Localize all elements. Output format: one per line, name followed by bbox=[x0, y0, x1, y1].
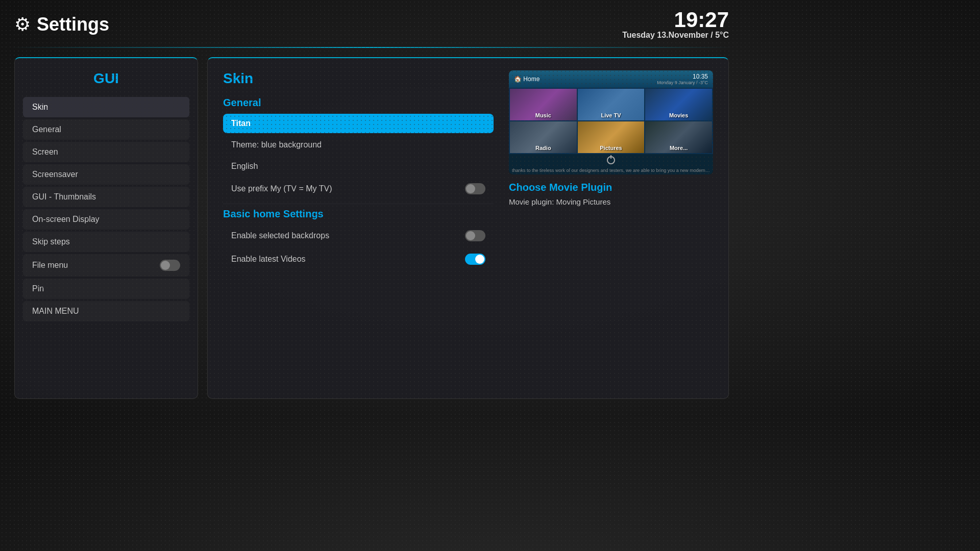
preview-cell-pictures: Pictures bbox=[578, 121, 645, 153]
sidebar-item-label: MAIN MENU bbox=[32, 307, 79, 316]
plugin-description: Movie plugin: Moving Pictures bbox=[509, 197, 713, 206]
header-right: 19:27 Tuesday 13.November / 5°C bbox=[622, 9, 729, 40]
setting-theme[interactable]: Theme: blue background bbox=[223, 135, 494, 155]
sidebar-item-label: Screensaver bbox=[32, 170, 78, 179]
setting-label: Use prefix My (TV = My TV) bbox=[231, 184, 332, 193]
preview-header: 🏠 Home 10:35 Monday 9 January / -3°C bbox=[509, 70, 713, 88]
backdrops-toggle[interactable] bbox=[465, 230, 485, 241]
sidebar-item-label: File menu bbox=[32, 261, 68, 270]
sidebar-item-screen[interactable]: Screen bbox=[23, 142, 189, 162]
preview-power-bar bbox=[509, 154, 713, 166]
preview-cell-radio: Radio bbox=[510, 121, 577, 153]
cell-label-pictures: Pictures bbox=[578, 121, 645, 153]
cell-label-more: More... bbox=[645, 121, 712, 153]
preview-time-block: 10:35 Monday 9 January / -3°C bbox=[657, 73, 708, 85]
clock-display: 19:27 bbox=[622, 9, 729, 31]
preview-cell-more: More... bbox=[645, 121, 712, 153]
basic-home-heading: Basic home Settings bbox=[223, 208, 494, 220]
cell-label-movies: Movies bbox=[645, 89, 712, 120]
latest-videos-toggle[interactable] bbox=[465, 254, 485, 265]
setting-label: Enable selected backdrops bbox=[231, 231, 329, 240]
sidebar-item-label: Skin bbox=[32, 103, 48, 112]
setting-titan[interactable]: Titan bbox=[223, 114, 494, 133]
preview-time: 10:35 bbox=[657, 73, 708, 80]
setting-label: Titan bbox=[231, 119, 251, 128]
date-temp-display: Tuesday 13.November / 5°C bbox=[622, 31, 729, 40]
cell-label-radio: Radio bbox=[510, 121, 577, 153]
sidebar-item-general[interactable]: General bbox=[23, 119, 189, 140]
sidebar-item-skip-steps[interactable]: Skip steps bbox=[23, 232, 189, 252]
content-left: Skin General Titan Theme: blue backgroun… bbox=[223, 70, 494, 386]
preview-ticker: thanks to the tireless work of our desig… bbox=[509, 166, 713, 174]
setting-label: English bbox=[231, 162, 258, 171]
file-menu-toggle[interactable] bbox=[160, 260, 180, 271]
cell-label-livetv: Live TV bbox=[578, 89, 645, 120]
main-content: GUI Skin General Screen Screensaver GUI … bbox=[0, 48, 743, 408]
sidebar-item-label: On-screen Display bbox=[32, 215, 100, 224]
cell-label-music: Music bbox=[510, 89, 577, 120]
sidebar-title: GUI bbox=[23, 70, 189, 87]
power-icon bbox=[607, 156, 615, 164]
sidebar-item-file-menu[interactable]: File menu bbox=[23, 254, 189, 277]
sidebar-item-screensaver[interactable]: Screensaver bbox=[23, 164, 189, 185]
preview-cell-music: Music bbox=[510, 89, 577, 120]
header: ⚙ Settings 19:27 Tuesday 13.November / 5… bbox=[0, 0, 743, 47]
general-heading: General bbox=[223, 97, 494, 109]
preview-cell-movies: Movies bbox=[645, 89, 712, 120]
sidebar-panel: GUI Skin General Screen Screensaver GUI … bbox=[14, 57, 198, 399]
gear-icon: ⚙ bbox=[14, 14, 31, 35]
setting-label: Theme: blue background bbox=[231, 140, 322, 149]
sidebar-item-label: Pin bbox=[32, 284, 44, 293]
preview-grid: Music Live TV Movies Radio Pictures bbox=[509, 88, 713, 154]
prefix-my-toggle[interactable] bbox=[465, 183, 485, 194]
setting-prefix-my[interactable]: Use prefix My (TV = My TV) bbox=[223, 178, 494, 199]
sidebar-item-gui-thumbnails[interactable]: GUI - Thumbnails bbox=[23, 187, 189, 207]
sidebar-item-skin[interactable]: Skin bbox=[23, 97, 189, 117]
skin-preview: 🏠 Home 10:35 Monday 9 January / -3°C Mus… bbox=[509, 70, 713, 174]
section-title: Skin bbox=[223, 70, 494, 87]
preview-date: Monday 9 January / -3°C bbox=[657, 80, 708, 85]
preview-cell-livetv: Live TV bbox=[578, 89, 645, 120]
setting-label: Enable latest Videos bbox=[231, 255, 306, 264]
sidebar-item-label: General bbox=[32, 125, 61, 134]
section-divider bbox=[223, 204, 494, 204]
sidebar-item-label: Skip steps bbox=[32, 237, 70, 246]
setting-latest-videos[interactable]: Enable latest Videos bbox=[223, 248, 494, 270]
plugin-title: Choose Movie Plugin bbox=[509, 182, 713, 193]
setting-english[interactable]: English bbox=[223, 157, 494, 176]
sidebar-item-label: Screen bbox=[32, 147, 58, 157]
sidebar-item-label: GUI - Thumbnails bbox=[32, 192, 96, 202]
content-panel: Skin General Titan Theme: blue backgroun… bbox=[207, 57, 729, 399]
sidebar-item-pin[interactable]: Pin bbox=[23, 279, 189, 299]
preview-home-label: 🏠 Home bbox=[514, 76, 540, 83]
setting-backdrops[interactable]: Enable selected backdrops bbox=[223, 225, 494, 246]
sidebar-item-osd[interactable]: On-screen Display bbox=[23, 209, 189, 230]
header-left: ⚙ Settings bbox=[14, 14, 109, 35]
page-title: Settings bbox=[37, 14, 109, 35]
content-right: 🏠 Home 10:35 Monday 9 January / -3°C Mus… bbox=[509, 70, 713, 386]
sidebar-item-main-menu[interactable]: MAIN MENU bbox=[23, 301, 189, 321]
